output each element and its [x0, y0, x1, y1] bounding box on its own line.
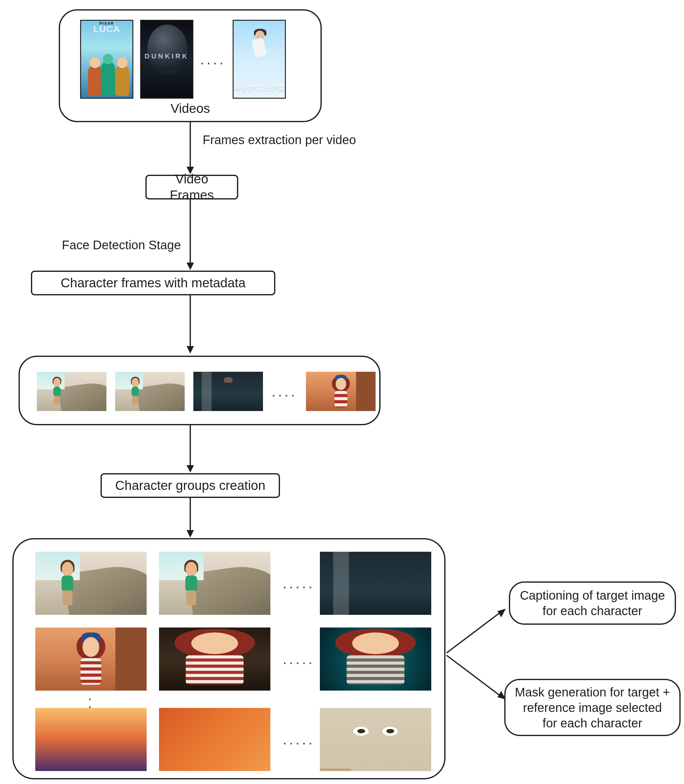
- poster-title: LUCA: [81, 24, 132, 34]
- thumb-giulia-town: [306, 372, 376, 411]
- arrow-videos-to-frames: [184, 122, 203, 175]
- svg-marker-7: [187, 465, 194, 473]
- ellipsis: ....: [272, 383, 297, 400]
- arrow-thumbs-to-groups: [184, 425, 203, 473]
- svg-marker-5: [187, 346, 194, 354]
- node-character-frames-metadata: Character frames with metadata: [31, 270, 275, 295]
- poster-tokikake: 時をかける少女: [232, 20, 286, 99]
- node-label: Videos: [171, 100, 210, 117]
- node-mask-generation: Mask generation for target + reference i…: [504, 679, 681, 736]
- ellipsis: ....: [200, 51, 226, 68]
- arrow-grid-to-captioning: [445, 606, 510, 656]
- node-character-frame-thumbs: ....: [19, 356, 381, 425]
- arrow-groups-to-grid: [184, 498, 203, 538]
- node-label: Video Frames: [155, 171, 228, 203]
- node-video-frames: Video Frames: [145, 175, 238, 200]
- thumb-luca-rocks: [115, 372, 185, 411]
- svg-marker-10: [497, 609, 506, 617]
- arrow-grid-to-maskgen: [445, 652, 510, 702]
- thumb-alley-bike: [194, 372, 263, 411]
- diagram-canvas: PIXAR LUCA DUNKIRK .... 時をかける少女: [0, 0, 684, 784]
- svg-marker-3: [187, 262, 194, 270]
- svg-marker-9: [187, 530, 194, 538]
- node-label: Character groups creation: [115, 478, 265, 494]
- node-videos: PIXAR LUCA DUNKIRK .... 時をかける少女: [59, 9, 322, 122]
- poster-row: PIXAR LUCA DUNKIRK .... 時をかける少女: [80, 20, 286, 99]
- node-captioning: Captioning of target image for each char…: [509, 581, 676, 625]
- ellipsis: .....: [283, 651, 308, 667]
- thumb-alley: [320, 552, 431, 615]
- poster-luca: PIXAR LUCA: [80, 20, 133, 99]
- thumb-giulia-town: [35, 628, 147, 691]
- node-label: Mask generation for target + reference i…: [514, 684, 671, 731]
- thumb-luca-rocks: [159, 552, 270, 615]
- arrow-frames-to-metadata: [184, 200, 203, 270]
- thumb-canyon: [159, 708, 270, 771]
- node-character-groups-grid: ..... ..... ···: [12, 538, 445, 779]
- grid-row-3: .....: [35, 708, 431, 771]
- ellipsis: .....: [283, 575, 308, 592]
- thumb-luca-rocks: [35, 552, 147, 615]
- thumb-row: ....: [37, 372, 376, 411]
- thumb-giulia-underwater: [320, 628, 431, 691]
- arrow-metadata-to-thumbs: [184, 295, 203, 354]
- poster-dunkirk: DUNKIRK: [140, 20, 194, 99]
- node-character-groups-creation: Character groups creation: [100, 473, 280, 498]
- grid-row-1: .....: [35, 552, 431, 615]
- thumb-giulia-kitchen: [159, 628, 270, 691]
- thumb-closeup: [320, 708, 431, 771]
- poster-title: 時をかける少女: [234, 83, 285, 92]
- thumb-sunset: [35, 708, 147, 771]
- node-label: Character frames with metadata: [61, 275, 246, 291]
- grid-row-2: .....: [35, 628, 431, 691]
- edge-label-face-detection: Face Detection Stage: [62, 238, 181, 252]
- ellipsis: .....: [283, 731, 308, 748]
- node-label: Captioning of target image for each char…: [519, 588, 666, 618]
- thumb-luca-rocks: [37, 372, 106, 411]
- poster-title: DUNKIRK: [141, 52, 192, 60]
- edge-label-frames-extraction: Frames extraction per video: [203, 133, 356, 147]
